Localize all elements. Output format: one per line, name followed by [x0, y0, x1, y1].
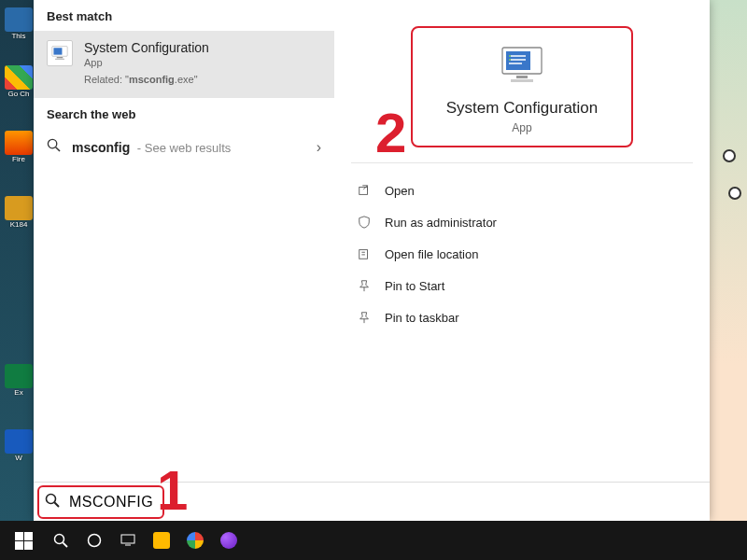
admin-icon	[357, 215, 372, 230]
annotation-1: 1	[157, 458, 188, 523]
web-query-label: msconfig - See web results	[72, 140, 231, 155]
svg-point-4	[48, 139, 56, 147]
taskbar-item[interactable]	[179, 521, 211, 560]
desktop-icon[interactable]: Fire	[4, 131, 34, 168]
preview-card[interactable]: 2 System Configuration App	[411, 26, 633, 147]
search-web-header: Search the web	[34, 98, 334, 129]
preview-type: App	[424, 121, 620, 134]
desktop-icon[interactable]: Go Ch	[4, 65, 34, 103]
svg-rect-2	[57, 57, 63, 58]
svg-rect-13	[516, 76, 528, 78]
svg-point-19	[47, 494, 56, 503]
start-search-flyout: Best match System Configuration App Rela…	[34, 0, 710, 521]
open-icon	[357, 183, 372, 198]
action-run-admin[interactable]: Run as administrator	[334, 206, 710, 238]
svg-point-12	[509, 59, 511, 61]
desktop-icon[interactable]: Ex	[4, 364, 34, 401]
desktop-icon[interactable]: This	[4, 7, 34, 45]
action-list: Open Run as administrator Open file loca…	[334, 169, 710, 339]
search-input-row	[34, 482, 710, 521]
taskbar-item[interactable]	[146, 521, 177, 560]
folder-icon	[357, 246, 372, 261]
preview-column: 2 System Configuration App Open Run as a…	[334, 0, 710, 482]
taskbar	[0, 521, 747, 560]
best-match-result[interactable]: System Configuration App Related: "mscon…	[34, 31, 334, 98]
annotation-2: 2	[375, 101, 406, 165]
task-view-button[interactable]	[78, 521, 110, 560]
action-pin-taskbar[interactable]: Pin to taskbar	[334, 301, 710, 333]
desktop-icon[interactable]: K184	[4, 196, 34, 233]
msconfig-icon	[47, 40, 73, 66]
result-type: App	[84, 57, 209, 68]
taskbar-item[interactable]	[112, 521, 144, 560]
svg-rect-24	[121, 535, 134, 543]
svg-rect-1	[53, 48, 62, 54]
result-title: System Configuration	[84, 40, 209, 55]
taskbar-item[interactable]	[213, 521, 245, 560]
svg-rect-15	[359, 188, 368, 195]
svg-rect-7	[506, 51, 530, 70]
taskbar-search-button[interactable]	[45, 521, 77, 560]
search-icon	[47, 138, 61, 156]
preview-title: System Configuration	[424, 99, 620, 118]
svg-line-20	[54, 502, 59, 507]
web-search-result[interactable]: msconfig - See web results ›	[34, 129, 334, 165]
result-related: Related: "msconfig.exe"	[84, 74, 209, 85]
pin-icon	[357, 278, 372, 293]
action-open-location[interactable]: Open file location	[334, 238, 710, 270]
svg-line-5	[56, 147, 60, 151]
search-results-column: Best match System Configuration App Rela…	[34, 0, 334, 482]
svg-rect-3	[55, 59, 64, 60]
svg-point-11	[509, 55, 511, 57]
start-button[interactable]	[4, 521, 43, 560]
svg-point-23	[89, 535, 101, 547]
svg-rect-14	[511, 79, 533, 82]
wallpaper-right	[710, 0, 747, 521]
desktop-background: This Go Ch Fire K184 Ex W	[0, 0, 37, 521]
svg-line-22	[63, 542, 67, 547]
msconfig-large-icon	[492, 41, 552, 90]
svg-point-21	[55, 535, 64, 544]
chevron-right-icon: ›	[317, 139, 321, 156]
search-icon	[45, 493, 60, 511]
action-pin-start[interactable]: Pin to Start	[334, 270, 710, 301]
best-match-header: Best match	[34, 0, 334, 31]
pin-icon	[357, 310, 372, 325]
action-open[interactable]: Open	[334, 175, 710, 206]
desktop-icon[interactable]: W	[4, 429, 34, 467]
